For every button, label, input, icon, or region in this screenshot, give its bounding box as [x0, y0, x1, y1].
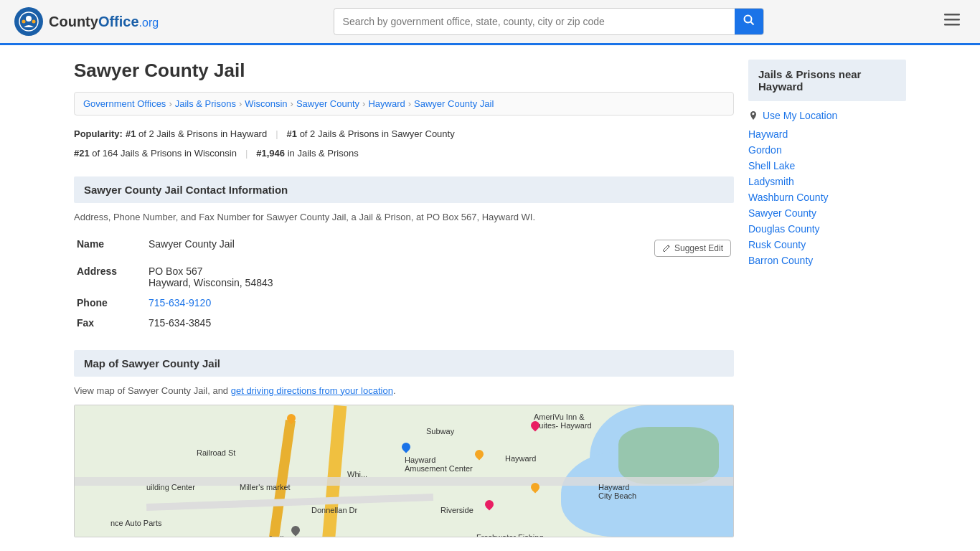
breadcrumb-item-gov[interactable]: Government Offices: [83, 98, 166, 109]
svg-rect-8: [944, 24, 960, 26]
content-area: Sawyer County Jail Government Offices › …: [74, 60, 734, 551]
phone-label: Phone: [74, 293, 146, 313]
contact-section-header: Sawyer County Jail Contact Information: [74, 176, 734, 203]
breadcrumb-item-jail[interactable]: Sawyer County Jail: [414, 98, 494, 109]
svg-rect-7: [944, 19, 960, 21]
sidebar-link-shell-lake[interactable]: Shell Lake: [748, 160, 906, 171]
logo: CountyOffice.org: [14, 7, 159, 36]
logo-text: CountyOffice.org: [49, 14, 159, 30]
pop-rank-2: #1 of 2 Jails & Prisons in Sawyer County: [287, 126, 455, 142]
use-location-item: Use My Location: [748, 110, 906, 121]
svg-rect-6: [944, 14, 960, 16]
fax-value: 715-634-3845: [146, 313, 734, 333]
suggest-edit-button[interactable]: Suggest Edit: [654, 240, 731, 257]
sidebar-link-hayward[interactable]: Hayward: [748, 128, 906, 140]
page-title: Sawyer County Jail: [74, 60, 734, 82]
breadcrumb-item-wisconsin[interactable]: Wisconsin: [245, 98, 287, 109]
menu-button[interactable]: [938, 9, 966, 34]
popularity-label: Popularity:: [74, 126, 123, 142]
contact-table: Name Sawyer County Jail Suggest Edit: [74, 234, 734, 333]
search-input[interactable]: [334, 10, 735, 33]
address-value: PO Box 567 Hayward, Wisconsin, 54843: [146, 261, 734, 293]
name-value: Sawyer County Jail Suggest Edit: [146, 234, 734, 261]
map-description: View map of Sawyer County Jail, and get …: [74, 385, 734, 396]
list-item: Barron County: [748, 255, 906, 266]
map-section: Map of Sawyer County Jail View map of Sa…: [74, 350, 734, 537]
use-my-location-link[interactable]: Use My Location: [763, 110, 837, 121]
table-row: Name Sawyer County Jail Suggest Edit: [74, 234, 734, 261]
svg-point-3: [32, 20, 36, 24]
list-item: Washburn County: [748, 192, 906, 203]
contact-description: Address, Phone Number, and Fax Number fo…: [74, 212, 734, 222]
site-header: CountyOffice.org: [0, 0, 980, 45]
sidebar-link-ladysmith[interactable]: Ladysmith: [748, 176, 906, 187]
sidebar-link-rusk-county[interactable]: Rusk County: [748, 239, 906, 250]
phone-link[interactable]: 715-634-9120: [149, 297, 211, 309]
sidebar-link-washburn-county[interactable]: Washburn County: [748, 192, 906, 203]
list-item: Douglas County: [748, 223, 906, 235]
list-item: Gordon: [748, 144, 906, 156]
sidebar-link-sawyer-county[interactable]: Sawyer County: [748, 207, 906, 219]
svg-point-2: [22, 20, 26, 24]
logo-icon: [14, 7, 43, 36]
driving-directions-link[interactable]: get driving directions from your locatio…: [231, 385, 393, 396]
sidebar: Jails & Prisons near Hayward Use My Loca…: [748, 60, 906, 551]
svg-point-1: [26, 16, 32, 22]
sidebar-header: Jails & Prisons near Hayward: [748, 60, 906, 101]
search-area: [334, 8, 764, 35]
svg-point-4: [744, 16, 751, 23]
list-item: Sawyer County: [748, 207, 906, 219]
breadcrumb-item-sawyer-county[interactable]: Sawyer County: [296, 98, 359, 109]
name-label: Name: [74, 234, 146, 261]
breadcrumb-item-jails[interactable]: Jails & Prisons: [175, 98, 236, 109]
list-item: Rusk County: [748, 239, 906, 250]
map-container[interactable]: Railroad St Whi... Subway AmeriVu Inn &S…: [74, 405, 734, 537]
sidebar-links-list: Hayward Gordon Shell Lake Ladysmith Wash…: [748, 128, 906, 266]
address-label: Address: [74, 261, 146, 293]
location-pin-icon: [748, 110, 758, 121]
popularity-section: Popularity: #1 of 2 Jails & Prisons in H…: [74, 126, 734, 162]
main-container: Sawyer County Jail Government Offices › …: [60, 45, 920, 551]
sidebar-link-barron-county[interactable]: Barron County: [748, 255, 906, 266]
breadcrumb: Government Offices › Jails & Prisons › W…: [74, 92, 734, 116]
search-box: [334, 8, 764, 35]
map-section-header: Map of Sawyer County Jail: [74, 350, 734, 377]
table-row: Address PO Box 567 Hayward, Wisconsin, 5…: [74, 261, 734, 293]
table-row: Phone 715-634-9120: [74, 293, 734, 313]
list-item: Ladysmith: [748, 176, 906, 187]
table-row: Fax 715-634-3845: [74, 313, 734, 333]
sidebar-link-douglas-county[interactable]: Douglas County: [748, 223, 906, 235]
pop-rank-4: #1,946 in Jails & Prisons: [256, 145, 358, 161]
svg-line-5: [750, 22, 753, 25]
search-button[interactable]: [735, 9, 763, 34]
map-visual: Railroad St Whi... Subway AmeriVu Inn &S…: [75, 405, 733, 537]
sidebar-link-gordon[interactable]: Gordon: [748, 144, 906, 156]
contact-section: Sawyer County Jail Contact Information A…: [74, 176, 734, 333]
breadcrumb-item-hayward[interactable]: Hayward: [368, 98, 405, 109]
pop-rank-3: #21 of 164 Jails & Prisons in Wisconsin: [74, 145, 237, 161]
phone-value: 715-634-9120: [146, 293, 734, 313]
list-item: Hayward: [748, 128, 906, 140]
list-item: Shell Lake: [748, 160, 906, 171]
pop-rank-1: #1 of 2 Jails & Prisons in Hayward: [126, 126, 267, 142]
fax-label: Fax: [74, 313, 146, 333]
